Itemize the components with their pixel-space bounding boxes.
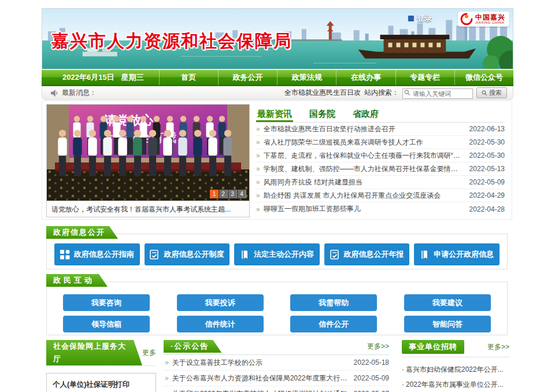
main-nav: 2022年6月15日 星期三 首页 政务公开 政策法规 在线办事 专题专栏 微信… [42,70,513,86]
bullet-icon: · [402,380,404,389]
info-disclosure-header: 政府信息公开 [46,226,118,239]
tab-state-council[interactable]: 国务院 [308,108,336,122]
mail-statistics-button[interactable]: 信件统计 [177,316,264,332]
info-guide-button[interactable]: 政府信息公开指南 [54,243,140,265]
recruitment-section: 事业单位招聘 更多>> ·嘉兴市妇幼保健院2022年公开... ·2022年嘉兴… [402,340,509,392]
announcement-date: 2022-05-07 [354,390,389,392]
news-item-date: 2022-05-13 [469,165,505,173]
doc-check-icon [150,250,160,260]
news-item-date: 2022-06-13 [469,125,505,133]
info-annual-report-button[interactable]: 政府信息公开年报 [324,243,410,265]
news-item-title[interactable]: 助企纾困 共谋发展 市人力社保局召开重点企业交流座谈会 [264,191,464,201]
announcement-title[interactable]: 关于印发2022年嘉兴市高技能人才研修培训班计划的通知 [172,389,349,392]
tab-latest-news[interactable]: 最新资讯 [256,108,293,122]
news-item-date: 2022-05-30 [469,138,505,146]
info-proactive-button[interactable]: 法定主动公开内容 [234,243,320,265]
announcement-item[interactable]: » 关于印发2022年嘉兴市高技能人才研修培训班计划的通知 2022-05-07 [164,386,389,392]
news-item[interactable]: » 风雨同舟齐抗疫 结对共建显担当 2022-05-09 [255,176,505,189]
news-item-date: 2022-05-09 [469,178,505,186]
news-item[interactable]: » 下基层、走流程，省社保和就业中心主任项薇一行来我市调研“国统”上线情况 20… [255,149,505,162]
news-item-title[interactable]: 聊聊五一假期加班工资那些事儿 [264,204,464,214]
double-arrow-icon: » [256,138,260,146]
page: 嘉兴市人力资源和社会保障局 登录 中国嘉兴 JIAXING CHINA 2022… [0,0,555,392]
nav-item-wechat[interactable]: 微信公众号 [454,70,513,85]
news-item-title[interactable]: 下基层、走流程，省社保和就业中心主任项薇一行来我市调研“国统”上线情况 [264,151,464,161]
info-system-button[interactable]: 政府信息公开制度 [145,243,230,265]
carousel-page-2[interactable]: 2 [219,190,228,198]
double-arrow-icon: » [165,358,169,367]
carousel-page-4[interactable]: 4 [238,190,246,198]
need-help-button[interactable]: 我需帮助 [290,294,377,311]
search-icon [404,90,410,96]
recruitment-item[interactable]: ·嘉兴市妇幼保健院2022年公开... [402,362,509,377]
news-item[interactable]: » 学制度、建机制、强防控——市人力社保局召开社保基金要情专题学习会 2022-… [255,162,505,176]
nav-item-home[interactable]: 首页 [159,70,218,85]
announcements-section: ·公示公告 更多>> » 关于设立嘉善技工学校的公示 2022-05-18 » … [164,340,389,392]
news-item-title[interactable]: 全市稳就业惠民生百日攻坚行动推进会召开 [264,124,464,134]
news-item[interactable]: » 聊聊五一假期加班工资那些事儿 2022-04-28 [255,202,505,216]
news-item-title[interactable]: 学制度、建机制、强防控——市人力社保局召开社保基金要情专题学习会 [264,164,464,174]
recruitment-title[interactable]: 2022年嘉兴市属事业单位公开... [406,380,504,389]
announcement-title[interactable]: 关于设立嘉善技工学校的公示 [172,358,349,368]
news-item[interactable]: » 全市稳就业惠民生百日攻坚行动推进会召开 2022-06-13 [255,123,505,136]
search-button-label: 搜索 [489,88,502,97]
search-button[interactable]: 搜索 [476,87,507,98]
search-input[interactable] [402,88,473,99]
carousel-photo[interactable]: 请党放心， 考试安全有我 [47,105,249,201]
login-button[interactable]: 登录 [408,13,432,24]
suggestion-button[interactable]: 我要建议 [404,294,491,311]
carousel-caption[interactable]: 请党放心，考试安全有我！首届嘉兴市人事考试系统主题... [47,201,249,217]
news-ticker-bar: 最新消息： 全市稳就业惠民生百日攻 站内搜索： 搜索 [42,86,513,100]
speaker-icon [50,89,58,97]
social-insurance-item[interactable]: 个人(单位)社保证明打印 [46,373,156,392]
news-item-date: 2022-05-30 [469,151,505,160]
button-label: 政府信息公开年报 [344,249,404,260]
photo-carousel[interactable]: 请党放心， 考试安全有我 [46,104,250,217]
announcement-item[interactable]: » 关于设立嘉善技工学校的公示 2022-05-18 [164,355,389,371]
current-date: 2022年6月15日 [62,72,114,83]
recruitment-item[interactable]: ·2022年嘉兴市属事业单位公开... [402,377,509,392]
recruitment-more-link[interactable]: 更多>> [487,342,509,352]
current-weekday: 星期三 [121,72,144,83]
double-arrow-icon: » [256,125,260,133]
announcement-title[interactable]: 关于公布嘉兴市人力资源和社会保障局2022年度重大行政决策事... [172,373,349,383]
info-disclosure-panel: 政府信息公开指南 政府信息公开制度 法定主动公开内容 政府信息公开年报 [46,234,508,269]
interaction-header: 政民互动 [46,274,108,287]
logo-text-cn: 中国嘉兴 [475,14,505,21]
nav-item-policies[interactable]: 政策法规 [277,70,336,85]
news-item-title[interactable]: 风雨同舟齐抗疫 结对共建显担当 [264,177,464,187]
double-arrow-icon: » [165,374,169,382]
logo-swirl-icon [460,13,473,25]
consult-button[interactable]: 我要咨询 [63,294,150,311]
nav-item-gov-affairs[interactable]: 政务公开 [218,70,277,85]
social-insurance-header-row: 社会保险网上服务大厅 更多 [46,340,156,366]
announcement-date: 2022-05-09 [354,374,389,382]
info-apply-button[interactable]: 申请公开政府信息 [414,243,500,265]
smart-qa-button[interactable]: 智能问答 [404,316,491,332]
grid-icon [60,250,70,260]
tab-provincial-gov[interactable]: 省政府 [352,108,380,122]
leader-mailbox-button[interactable]: 领导信箱 [63,316,150,332]
news-item[interactable]: » 助企纾困 共谋发展 市人力社保局召开重点企业交流座谈会 2022-04-29 [255,189,505,202]
button-label: 法定主动公开内容 [254,249,314,260]
complaint-button[interactable]: 我要投诉 [177,294,264,311]
mail-disclosure-button[interactable]: 信件公开 [290,316,377,332]
social-insurance-more-link[interactable]: 更多 [142,348,156,358]
nav-item-online-services[interactable]: 在线办事 [336,70,395,85]
announcements-more-link[interactable]: 更多>> [367,342,389,352]
carousel-page-3[interactable]: 3 [228,190,237,198]
recruitment-title[interactable]: 嘉兴市妇幼保健院2022年公开... [406,365,504,373]
double-arrow-icon: » [165,390,169,392]
carousel-page-1[interactable]: 1 [210,190,219,198]
double-arrow-icon: » [256,165,260,173]
news-item-title[interactable]: 省人社厅陈荣华二级巡视员来嘉兴调研专技人才工作 [264,138,464,147]
news-item[interactable]: » 省人社厅陈荣华二级巡视员来嘉兴调研专技人才工作 2022-05-30 [255,136,505,149]
nav-item-special-topics[interactable]: 专题专栏 [395,70,454,85]
bullet-icon: · [402,365,404,373]
announcement-item[interactable]: » 关于公布嘉兴市人力资源和社会保障局2022年度重大行政决策事... 2022… [164,371,389,386]
nav-date: 2022年6月15日 星期三 [42,70,159,85]
ticker-label: 最新消息： [62,88,97,98]
ticker-message[interactable]: 全市稳就业惠民生百日攻 [284,88,361,98]
recruitment-header-row: 事业单位招聘 更多>> [402,340,509,357]
double-arrow-icon: » [256,178,260,186]
